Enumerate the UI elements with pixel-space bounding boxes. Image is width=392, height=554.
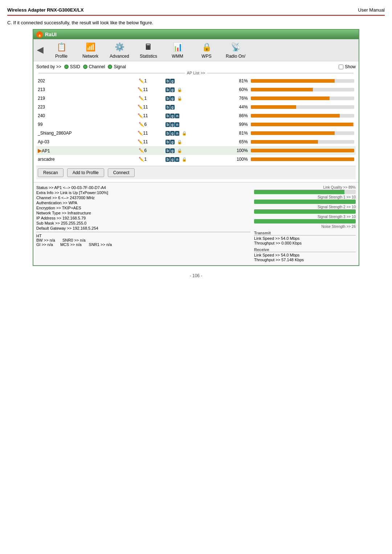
page-number: - 106 - [190,273,203,278]
channel-radio[interactable] [83,65,87,69]
cell-signal-pct: 86% [217,111,249,120]
ht-gi: GI >> n/a [36,242,53,247]
channel-icon: ✏️ [138,104,143,110]
signal1-bar-container [254,200,356,204]
signal3-label: Signal Strength 3 >> 10 [254,215,356,219]
connect-button[interactable]: Connect [108,168,135,177]
mode-badge-b: b [166,131,170,136]
back-button[interactable]: ◀ [37,45,43,55]
signal-bar-container [251,88,354,91]
table-row[interactable]: 213✏️11bg 🔒60% [36,85,356,94]
status-auth: Authentication >> WPA [36,201,250,205]
cell-signal-pct: 81% [217,129,249,138]
network-icon: 📶 [84,41,97,53]
table-row[interactable]: Ap-03✏️11bg 🔒65% [36,138,356,146]
signal-bar-container [251,97,354,100]
signal2-bar-container [254,209,356,214]
ssid-label: SSID [70,64,80,69]
signal1-fill [254,200,356,204]
cell-modes: bgn [164,120,217,129]
main-content: Sorted by >> SSID Channel Signal Show [33,61,359,182]
signal2-bar: Signal Strength 2 >> 10 [254,205,356,214]
mode-badge-b: b [166,87,170,92]
header-left: Wireless Adapter RNX-G300EX/LX [7,7,83,13]
cell-channel: ✏️11 [122,129,164,138]
table-row[interactable]: _Shiang_2860AP✏️11bgn 🔒81% [36,129,356,138]
sort-channel[interactable]: Channel [83,64,105,69]
product-model: RNX-G300EX/LX [47,7,83,13]
cell-signal-bar [249,129,356,138]
signal1-label: Signal Strength 1 >> 10 [254,195,356,199]
receive-section: Receive Link Speed >> 54.0 Mbps Throughp… [254,247,356,262]
cell-channel: ✏️11 [122,138,164,146]
toolbar-wps[interactable]: 🔒 WPS [196,41,217,59]
table-row[interactable]: ▶ AP1✏️6bg 🔒100% [36,146,356,155]
signal-bar-container [251,131,354,135]
cell-modes: bg 🔒 [164,94,217,103]
signal3-fill [254,219,356,223]
show-checkbox-area[interactable]: Show [339,64,356,69]
ht-label: HT [36,234,42,238]
receive-label: Receive [254,247,356,252]
table-row[interactable]: 219✏️1bg 🔒76% [36,94,356,103]
status-area: Status >> AP1 <--> 00-03-7F-00-D7-A4 Ext… [33,182,359,265]
cell-signal-bar [249,111,356,120]
add-to-profile-button[interactable]: Add to Profile [67,168,104,177]
channel-icon: ✏️ [138,87,143,92]
show-checkbox[interactable] [339,65,343,69]
lock-icon: 🔒 [182,157,187,161]
table-row[interactable]: 240✏️11bgn86% [36,111,356,120]
toolbar-radio[interactable]: 📡 Radio On/ [225,41,246,59]
link-quality-bar: Link Quality >> 89% [254,185,356,194]
page-header: Wireless Adapter RNX-G300EX/LX User Manu… [7,7,385,16]
signal-bar-fill [251,105,297,109]
advanced-label: Advanced [110,54,129,59]
cell-signal-bar [249,103,356,111]
signal-bar-fill [251,131,335,135]
table-row[interactable]: 202✏️1bg81% [36,77,356,85]
mode-badge-b: b [166,114,170,118]
lock-icon: 🔒 [182,131,187,135]
cell-ssid: 223 [36,103,122,111]
table-row[interactable]: arscadre✏️1bgn 🔒100% [36,155,356,164]
sort-right: Show [339,64,356,69]
toolbar-statistics[interactable]: 🖩 Statistics [138,41,159,59]
toolbar-profile[interactable]: 📋 Profile [50,41,72,59]
cell-signal-bar [249,85,356,94]
status-gateway: Default Gateway >> 192.168.5.254 [36,226,250,230]
table-row[interactable]: 99✏️6bgn99% [36,120,356,129]
page-footer: - 106 - [7,273,385,278]
status-right: Link Quality >> 89% Signal Strength 1 >>… [254,185,356,262]
mode-badge-b: b [166,79,170,83]
toolbar-advanced[interactable]: ⚙️ Advanced [109,41,130,59]
cell-modes: bg 🔒 [164,85,217,94]
mode-badge-g: g [170,79,175,83]
signal2-fill [254,209,356,214]
sort-ssid[interactable]: SSID [64,64,80,69]
cell-signal-bar [249,155,356,164]
transmit-speed: Link Speed >> 54.0 Mbps [254,236,356,241]
toolbar-wmm[interactable]: 📊 WMM [167,41,188,59]
cell-signal-pct: 81% [217,77,249,85]
ssid-radio[interactable] [64,65,69,69]
status-encryption: Encryption >> TKIP+AES [36,206,250,210]
signal-radio[interactable] [108,65,112,69]
ht-section: HT BW >> n/a SNR0 >> n/a GI >> n/a MCS >… [36,234,250,247]
toolbar-network[interactable]: 📶 Network [79,41,101,59]
noise-label: Noise Strength >> 26 [254,225,356,229]
cell-channel: ✏️1 [122,77,164,85]
channel-icon: ✏️ [138,113,143,118]
mode-badge-g: g [170,140,175,144]
cell-signal-pct: 99% [217,120,249,129]
rescan-button[interactable]: Rescan [38,168,64,177]
network-label: Network [82,54,98,59]
signal-bar-fill [251,149,354,152]
toolbar: ◀ 📋 Profile 📶 Network ⚙️ Advanced 🖩 Stat… [33,39,359,61]
mode-badge-b: b [166,122,170,127]
sorted-by-label: Sorted by >> [36,64,61,69]
signal-bar-fill [251,114,340,118]
sort-left: Sorted by >> SSID Channel Signal [36,64,126,69]
cell-ssid: arscadre [36,155,122,164]
sort-signal[interactable]: Signal [108,64,126,69]
table-row[interactable]: 223✏️11bg44% [36,103,356,111]
